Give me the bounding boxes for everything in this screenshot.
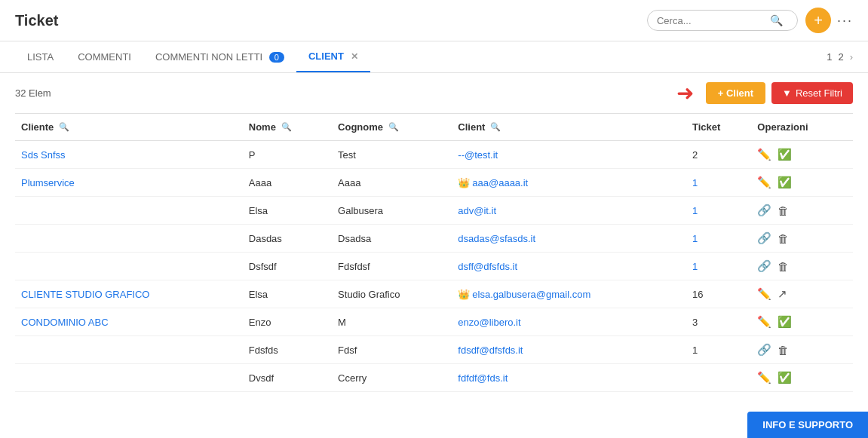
page-1[interactable]: 1 xyxy=(827,51,832,63)
cell-cliente: CONDOMINIO ABC xyxy=(15,308,243,336)
tab-pagination: 1 2 › xyxy=(827,51,853,63)
cell-operations: ✏️✅ xyxy=(751,141,853,169)
cell-nome: Dvsdf xyxy=(243,364,332,392)
cell-cliente xyxy=(15,336,243,364)
cell-client: dsff@dfsfds.it xyxy=(452,253,686,280)
cell-ticket: 1 xyxy=(686,225,751,253)
toolbar: 32 Elem ➜ + Client ▼ Reset Filtri xyxy=(0,73,868,113)
cell-cognome: Studio Grafico xyxy=(332,280,452,308)
search-bar[interactable]: 🔍 xyxy=(647,10,798,31)
add-button[interactable]: + xyxy=(805,8,831,33)
nome-search-icon[interactable]: 🔍 xyxy=(281,122,292,132)
client-search-icon[interactable]: 🔍 xyxy=(490,122,501,132)
cell-nome: Elsa xyxy=(243,280,332,308)
table-row: Sds SnfssPTest--@test.it2✏️✅ xyxy=(15,141,853,169)
check-icon[interactable]: ✅ xyxy=(778,315,792,329)
check-icon[interactable]: ✅ xyxy=(778,371,792,384)
link-icon[interactable]: 🔗 xyxy=(757,343,771,357)
share-icon[interactable]: ↗ xyxy=(778,287,787,301)
add-client-button[interactable]: + Client xyxy=(706,82,765,104)
cell-cliente xyxy=(15,197,243,225)
cell-client: dsadas@sfasds.it xyxy=(452,225,686,253)
delete-icon[interactable]: 🗑 xyxy=(778,260,789,273)
cell-cliente xyxy=(15,225,243,253)
plus-icon: + xyxy=(814,12,823,29)
arrow-indicator-icon: ➜ xyxy=(676,81,694,106)
table-row: PlumserviceAaaaAaaa👑aaa@aaaa.it1✏️✅ xyxy=(15,169,853,197)
table-row: CONDOMINIO ABCEnzoMenzo@libero.it3✏️✅ xyxy=(15,308,853,336)
crown-icon: 👑 xyxy=(458,177,470,188)
header: Ticket 🔍 + ··· xyxy=(0,0,868,41)
table-row: DasdasDsadsadsadas@sfasds.it1🔗🗑 xyxy=(15,225,853,253)
cell-operations: 🔗🗑 xyxy=(751,225,853,253)
cell-ticket: 3 xyxy=(686,308,751,336)
cell-ticket: 2 xyxy=(686,141,751,169)
cell-cliente xyxy=(15,364,243,392)
check-icon[interactable]: ✅ xyxy=(778,148,792,161)
cognome-search-icon[interactable]: 🔍 xyxy=(388,122,399,132)
cell-operations: ✏️↗ xyxy=(751,280,853,308)
tab-client[interactable]: CLIENT ✕ xyxy=(296,41,370,72)
edit-icon[interactable]: ✏️ xyxy=(757,315,771,329)
cell-cognome: Fdsfdsf xyxy=(332,253,452,280)
link-icon[interactable]: 🔗 xyxy=(757,259,771,273)
cell-cliente: CLIENTE STUDIO GRAFICO xyxy=(15,280,243,308)
cell-nome: Aaaa xyxy=(243,169,332,197)
cell-cognome: Aaaa xyxy=(332,169,452,197)
tab-lista[interactable]: LISTA xyxy=(15,42,66,72)
cell-client: fdfdf@fds.it xyxy=(452,364,686,392)
search-icon-button[interactable]: 🔍 xyxy=(770,14,783,26)
col-cognome: Cognome 🔍 xyxy=(332,114,452,141)
edit-icon[interactable]: ✏️ xyxy=(757,176,771,189)
reset-filters-button[interactable]: ▼ Reset Filtri xyxy=(771,82,853,104)
delete-icon[interactable]: 🗑 xyxy=(778,344,789,357)
cell-operations: 🔗🗑 xyxy=(751,253,853,280)
col-nome: Nome 🔍 xyxy=(243,114,332,141)
table-row: DsfsdfFdsfdsfdsff@dfsfds.it1🔗🗑 xyxy=(15,253,853,280)
cell-cognome: Dsadsa xyxy=(332,225,452,253)
page-2[interactable]: 2 xyxy=(838,51,843,63)
more-options-button[interactable]: ··· xyxy=(837,13,853,29)
cell-operations: ✏️✅ xyxy=(751,364,853,392)
cell-operations: 🔗🗑 xyxy=(751,336,853,364)
edit-icon[interactable]: ✏️ xyxy=(757,148,771,161)
delete-icon[interactable]: 🗑 xyxy=(778,232,789,245)
edit-icon[interactable]: ✏️ xyxy=(757,371,771,384)
cliente-search-icon[interactable]: 🔍 xyxy=(59,122,69,132)
link-icon[interactable]: 🔗 xyxy=(757,204,771,217)
tab-commenti-non-letti[interactable]: COMMENTI NON LETTI 0 xyxy=(143,42,296,72)
search-input[interactable] xyxy=(657,15,770,26)
cell-ticket: 1 xyxy=(686,197,751,225)
delete-icon[interactable]: 🗑 xyxy=(778,204,789,217)
cell-cognome: Ccerry xyxy=(332,364,452,392)
col-ticket: Ticket xyxy=(686,114,751,141)
tab-close-icon[interactable]: ✕ xyxy=(351,51,358,62)
more-icon: ··· xyxy=(837,13,853,28)
cell-operations: ✏️✅ xyxy=(751,169,853,197)
link-icon[interactable]: 🔗 xyxy=(757,231,771,245)
tab-commenti[interactable]: COMMENTI xyxy=(66,42,143,72)
table-row: FdsfdsFdsffdsdf@dfsfds.it1🔗🗑 xyxy=(15,336,853,364)
cell-cliente xyxy=(15,253,243,280)
crown-icon: 👑 xyxy=(458,289,470,300)
filter-icon: ▼ xyxy=(782,87,792,99)
table-row: ElsaGalbuseraadv@it.it1🔗🗑 xyxy=(15,197,853,225)
cell-client: 👑elsa.galbusera@gmail.com xyxy=(452,280,686,308)
pagination-next-icon[interactable]: › xyxy=(850,51,853,63)
cell-client: enzo@libero.it xyxy=(452,308,686,336)
cell-cliente: Plumservice xyxy=(15,169,243,197)
col-cliente: Cliente 🔍 xyxy=(15,114,243,141)
cell-operations: ✏️✅ xyxy=(751,308,853,336)
cell-ticket: 1 xyxy=(686,169,751,197)
unread-badge: 0 xyxy=(269,52,284,63)
cell-ticket: 1 xyxy=(686,336,751,364)
check-icon[interactable]: ✅ xyxy=(778,176,792,189)
page-title: Ticket xyxy=(15,12,647,29)
cell-nome: Dsfsdf xyxy=(243,253,332,280)
cell-ticket xyxy=(686,364,751,392)
cell-client: 👑aaa@aaaa.it xyxy=(452,169,686,197)
elem-count: 32 Elem xyxy=(15,87,676,99)
edit-icon[interactable]: ✏️ xyxy=(757,287,771,301)
table-header-row: Cliente 🔍 Nome 🔍 Cognome 🔍 xyxy=(15,114,853,141)
cell-operations: 🔗🗑 xyxy=(751,197,853,225)
